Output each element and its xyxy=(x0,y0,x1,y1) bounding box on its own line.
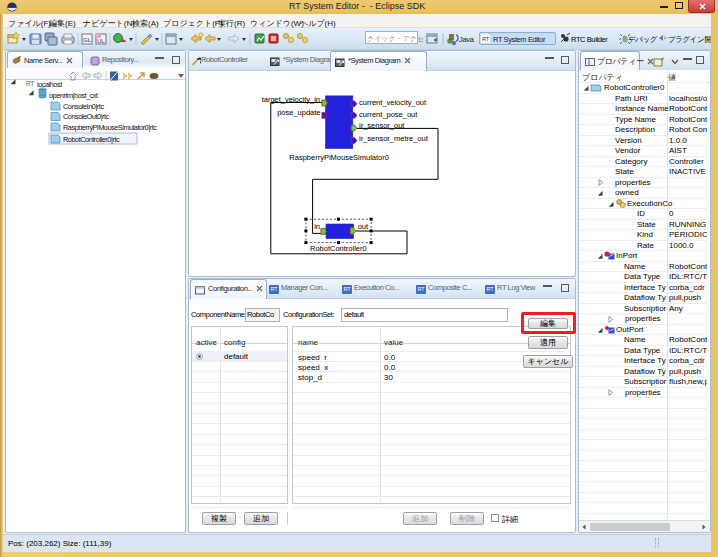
svg-text:ir_sensor_out: ir_sensor_out xyxy=(359,121,405,130)
svg-text:openrtm|host_cxt: openrtm|host_cxt xyxy=(49,90,98,99)
svg-text:ConsoleOut0|rtc: ConsoleOut0|rtc xyxy=(63,112,110,121)
svg-text:UL: UL xyxy=(97,38,105,44)
svg-text:in: in xyxy=(314,222,320,231)
svg-text:ir_sensor_metre_out: ir_sensor_metre_out xyxy=(359,134,429,143)
svg-text:RaspberryPiMouseSimulator0|rtc: RaspberryPiMouseSimulator0|rtc xyxy=(63,122,157,131)
svg-text:out: out xyxy=(358,222,369,231)
svg-text:current_pose_out: current_pose_out xyxy=(359,110,418,119)
svg-text:GL: GL xyxy=(83,37,92,43)
svg-text:target_velocity_in: target_velocity_in xyxy=(262,95,320,104)
svg-text:ConsoleIn0|rtc: ConsoleIn0|rtc xyxy=(63,101,104,110)
svg-text:pose_update: pose_update xyxy=(277,108,320,117)
svg-text:RaspberryPiMouseSimulator0: RaspberryPiMouseSimulator0 xyxy=(289,153,389,162)
svg-text:Java: Java xyxy=(459,35,475,44)
svg-text:RobotController0: RobotController0 xyxy=(310,244,367,253)
svg-text:current_velocity_out: current_velocity_out xyxy=(359,98,427,107)
svg-text:RT: RT xyxy=(26,80,34,87)
svg-text:localhost: localhost xyxy=(37,80,62,89)
svg-text:RobotController0|rtc: RobotController0|rtc xyxy=(63,134,120,143)
